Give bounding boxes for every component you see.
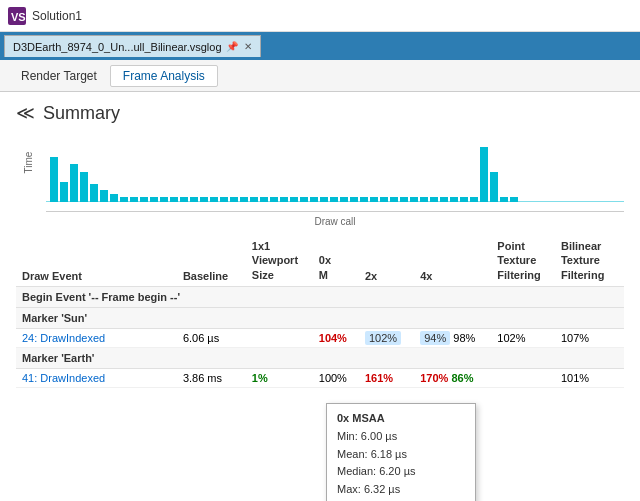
tab-frame-analysis[interactable]: Frame Analysis — [110, 65, 218, 87]
th-draw-event: Draw Event — [16, 235, 177, 286]
viewport-cell — [246, 328, 313, 347]
section-row: Marker 'Sun' — [16, 307, 624, 328]
data-table: Draw Event Baseline 1x1 Viewport Size 0x… — [16, 235, 624, 388]
section-row: Marker 'Earth' — [16, 347, 624, 368]
th-0x: 0xM — [313, 235, 359, 286]
section-label: Begin Event '-- Frame begin --' — [16, 286, 624, 307]
summary-header: ≪ Summary — [16, 102, 624, 124]
col-2x-cell: 161% — [359, 368, 414, 387]
table-wrapper: Draw Event Baseline 1x1 Viewport Size 0x… — [16, 235, 624, 388]
chart-bar — [60, 182, 68, 202]
bilinear-filter-cell: 101% — [555, 368, 624, 387]
col-2x-cell: 102% — [359, 328, 414, 347]
chart-bars — [46, 132, 624, 202]
section-label: Marker 'Sun' — [16, 307, 624, 328]
table-row: 41: DrawIndexed3.86 ms1%100%161%170% 86%… — [16, 368, 624, 387]
chart-bar — [80, 172, 88, 202]
th-bilinear-filter: Bilinear Texture Filtering — [555, 235, 624, 286]
file-tab-name: D3DEarth_8974_0_Un...ull_Bilinear.vsglog — [13, 41, 222, 53]
tooltip-line: Mean: 6.18 µs — [337, 446, 465, 464]
bilinear-filter-cell: 107% — [555, 328, 624, 347]
app-title: Solution1 — [32, 9, 82, 23]
section-row: Begin Event '-- Frame begin --' — [16, 286, 624, 307]
close-tab-button[interactable]: ✕ — [244, 41, 252, 52]
file-tab[interactable]: D3DEarth_8974_0_Un...ull_Bilinear.vsglog… — [4, 35, 261, 57]
tooltip-line: Max: 6.32 µs — [337, 481, 465, 499]
baseline-cell: 3.86 ms — [177, 368, 246, 387]
main-content: ≪ Summary Time Draw call Draw Event Base… — [0, 92, 640, 501]
baseline-cell: 6.06 µs — [177, 328, 246, 347]
th-point-filter: Point Texture Filtering — [491, 235, 555, 286]
col-4x-extra: 98% — [453, 332, 475, 344]
svg-text:VS: VS — [11, 11, 26, 23]
tooltip-line: Min: 6.00 µs — [337, 428, 465, 446]
chart-bar — [90, 184, 98, 202]
tab-bar: D3DEarth_8974_0_Un...ull_Bilinear.vsglog… — [0, 32, 640, 60]
chart-y-label: Time — [23, 152, 34, 174]
chart-area: Time — [46, 132, 624, 212]
tool-tabs: Render Target Frame Analysis — [0, 60, 640, 92]
tooltip-line: Median: 6.20 µs — [337, 463, 465, 481]
th-2x: 2x — [359, 235, 414, 286]
chart-bar — [50, 157, 58, 202]
col-4x-cell: 170% 86% — [414, 368, 491, 387]
tooltip-title: 0x MSAA — [337, 412, 465, 424]
table-row: 24: DrawIndexed6.06 µs104%102%94% 98%102… — [16, 328, 624, 347]
col-4x-cell: 94% 98% — [414, 328, 491, 347]
tooltip-lines: Min: 6.00 µsMean: 6.18 µsMedian: 6.20 µs… — [337, 428, 465, 501]
pin-icon[interactable]: 📌 — [226, 41, 238, 52]
section-label: Marker 'Earth' — [16, 347, 624, 368]
th-baseline: Baseline — [177, 235, 246, 286]
chart-baseline — [46, 201, 624, 202]
highlight-value: 102% — [365, 331, 401, 345]
th-viewport: 1x1 Viewport Size — [246, 235, 313, 286]
th-4x: 4x — [414, 235, 491, 286]
chart-bar — [480, 147, 488, 202]
chart-bar — [490, 172, 498, 202]
chart-x-label: Draw call — [46, 216, 624, 227]
col-4x-extra: 86% — [451, 372, 473, 384]
col-0x-cell: 104% — [313, 328, 359, 347]
draw-event-link[interactable]: 41: DrawIndexed — [22, 372, 105, 384]
chart-bar — [70, 164, 78, 202]
draw-event-cell[interactable]: 41: DrawIndexed — [16, 368, 177, 387]
tab-render-target[interactable]: Render Target — [8, 65, 110, 87]
point-filter-cell: 102% — [491, 328, 555, 347]
collapse-icon[interactable]: ≪ — [16, 102, 35, 124]
draw-event-link[interactable]: 24: DrawIndexed — [22, 332, 105, 344]
highlight-value: 94% — [420, 331, 450, 345]
vs-logo-icon: VS — [8, 7, 26, 25]
draw-event-cell[interactable]: 24: DrawIndexed — [16, 328, 177, 347]
title-bar: VS Solution1 — [0, 0, 640, 32]
col-0x-cell: 100% — [313, 368, 359, 387]
summary-title: Summary — [43, 103, 120, 124]
tooltip: 0x MSAA Min: 6.00 µsMean: 6.18 µsMedian:… — [326, 403, 476, 501]
viewport-cell: 1% — [246, 368, 313, 387]
point-filter-cell — [491, 368, 555, 387]
